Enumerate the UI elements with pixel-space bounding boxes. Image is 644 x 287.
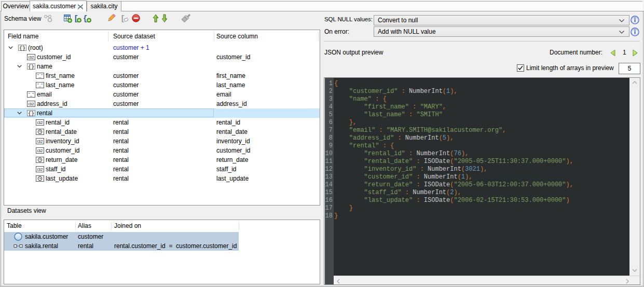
svg-text:{}: {} — [28, 111, 34, 117]
svg-text:{}: {} — [28, 64, 34, 70]
svg-text:i32: i32 — [37, 139, 43, 144]
svg-text:i32: i32 — [37, 148, 43, 153]
svg-text:i32: i32 — [37, 167, 43, 172]
svg-text:{: { — [83, 15, 87, 23]
svg-text:"_": "_" — [37, 73, 43, 78]
svg-text:i32: i32 — [29, 102, 34, 106]
svg-text:i32: i32 — [29, 55, 34, 60]
svg-text:[: [ — [120, 15, 125, 23]
svg-text:"_": "_" — [29, 92, 34, 97]
svg-text:{}: {} — [19, 46, 25, 51]
svg-text:i32: i32 — [37, 120, 43, 125]
svg-text:"_": "_" — [37, 83, 43, 87]
